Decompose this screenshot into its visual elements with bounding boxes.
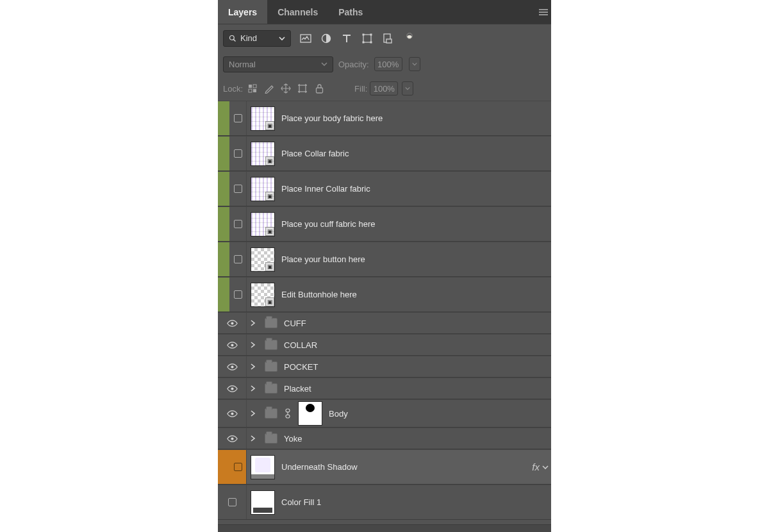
svg-rect-14 — [299, 85, 306, 92]
layer-row[interactable]: ▣ Place your body fabric here — [218, 101, 551, 136]
visibility-toggle[interactable] — [234, 149, 242, 158]
layer-thumbnail[interactable] — [251, 490, 275, 515]
opacity-input[interactable] — [374, 57, 402, 71]
layer-name[interactable]: Edit Buttonhole here — [281, 290, 357, 299]
svg-rect-4 — [363, 33, 365, 35]
eye-icon[interactable] — [227, 433, 238, 444]
fill-label: Fill: — [354, 84, 367, 94]
layer-row[interactable]: Placket — [218, 378, 551, 399]
expand-chevron-icon[interactable] — [251, 342, 258, 348]
layer-row[interactable]: CUFF — [218, 312, 551, 334]
filter-type-text-icon[interactable] — [341, 33, 352, 44]
mask-link-icon[interactable] — [284, 408, 292, 419]
eye-icon[interactable] — [227, 362, 238, 372]
lock-all-icon[interactable] — [312, 81, 326, 96]
filter-adjust-icon[interactable] — [320, 33, 332, 44]
layer-row-selected[interactable]: Underneath Shadow fx — [218, 449, 551, 485]
layer-row[interactable]: COLLAR — [218, 334, 551, 356]
mask-thumbnail[interactable] — [298, 401, 322, 426]
fill-stepper[interactable] — [402, 81, 413, 96]
layer-name[interactable]: Place your body fabric here — [281, 113, 383, 123]
expand-chevron-icon[interactable] — [251, 320, 258, 326]
layer-name[interactable]: Place you cuff fabric here — [281, 219, 375, 229]
fill-input[interactable] — [370, 81, 398, 96]
folder-icon — [265, 408, 277, 419]
visibility-toggle[interactable] — [234, 255, 242, 263]
layer-name[interactable]: Underneath Shadow — [281, 462, 358, 472]
layer-content: CUFF — [246, 313, 551, 333]
tab-layers[interactable]: Layers — [218, 0, 267, 24]
layer-name[interactable]: Placket — [284, 384, 311, 394]
visibility-toggle[interactable] — [228, 498, 236, 506]
expand-chevron-icon[interactable] — [251, 363, 258, 370]
layer-thumbnail[interactable]: ▣ — [251, 142, 275, 166]
layer-thumbnail[interactable]: ▣ — [251, 106, 275, 131]
filter-smart-icon[interactable] — [382, 33, 393, 44]
eye-icon[interactable] — [227, 340, 238, 351]
layer-row[interactable]: ▣ Place you cuff fabric here — [218, 206, 551, 242]
layer-row[interactable]: ▣ Place Collar fabric — [218, 136, 551, 171]
lock-artboard-icon[interactable] — [295, 81, 310, 96]
lock-transparency-icon[interactable] — [245, 81, 260, 96]
layer-row[interactable]: Yoke — [218, 428, 551, 449]
layer-content: POCKET — [246, 356, 551, 377]
layer-row[interactable]: ▣ Edit Buttonhole here — [218, 277, 551, 312]
svg-point-18 — [231, 365, 233, 368]
tab-channels[interactable]: Channels — [267, 0, 328, 24]
layer-name[interactable]: POCKET — [284, 362, 318, 372]
svg-rect-9 — [386, 39, 392, 43]
blend-mode-select[interactable]: Normal — [223, 56, 333, 72]
layer-thumbnail[interactable]: ▣ — [251, 177, 275, 201]
expand-chevron-icon[interactable] — [251, 410, 258, 417]
filter-pixel-icon[interactable] — [300, 33, 311, 44]
layer-thumbnail[interactable] — [251, 455, 275, 479]
filter-type-select[interactable]: Kind — [223, 30, 291, 47]
tab-paths[interactable]: Paths — [328, 0, 373, 24]
layer-name[interactable]: Place Collar fabric — [281, 149, 349, 158]
visibility-toggle[interactable] — [234, 114, 242, 122]
lock-pixels-icon[interactable] — [262, 81, 276, 96]
eye-icon[interactable] — [227, 318, 238, 329]
layer-row[interactable]: Color Fill 1 — [218, 485, 551, 520]
layer-list: ▣ Place your body fabric here ▣ Place Co… — [218, 101, 551, 524]
layer-effects-indicator[interactable]: fx — [532, 461, 549, 472]
filter-toggle-switch[interactable] — [404, 33, 415, 44]
color-tag — [218, 278, 229, 312]
expand-chevron-icon[interactable] — [251, 435, 258, 442]
visibility-cell — [229, 101, 246, 135]
layer-thumbnail[interactable]: ▣ — [251, 212, 275, 237]
color-tag — [218, 172, 229, 206]
layer-name[interactable]: Place your button here — [281, 254, 365, 264]
visibility-cell — [229, 278, 246, 312]
layer-row[interactable]: ▣ Place your button here — [218, 242, 551, 277]
folder-icon — [265, 362, 277, 372]
visibility-toggle[interactable] — [234, 220, 242, 228]
layer-name[interactable]: Yoke — [284, 434, 302, 444]
layer-thumbnail[interactable]: ▣ — [251, 247, 275, 272]
filter-shape-icon[interactable] — [361, 33, 373, 44]
layer-name[interactable]: Color Fill 1 — [281, 497, 321, 507]
visibility-cell — [229, 207, 246, 241]
svg-point-23 — [231, 437, 233, 440]
visibility-cell — [218, 400, 246, 427]
visibility-toggle[interactable] — [234, 290, 242, 299]
expand-chevron-icon[interactable] — [251, 385, 258, 392]
panel-menu-icon[interactable] — [536, 0, 551, 24]
layer-row[interactable]: ▣ Place Inner Collar fabric — [218, 171, 551, 206]
svg-rect-5 — [370, 33, 372, 35]
eye-icon[interactable] — [227, 383, 238, 394]
color-tag — [218, 101, 229, 135]
layer-name[interactable]: Place Inner Collar fabric — [281, 184, 370, 194]
layer-row[interactable]: Body — [218, 399, 551, 428]
visibility-toggle[interactable] — [234, 185, 242, 193]
layer-name[interactable]: CUFF — [284, 319, 306, 328]
opacity-stepper[interactable] — [409, 57, 420, 71]
opacity-label: Opacity: — [338, 60, 369, 69]
layer-name[interactable]: COLLAR — [284, 340, 317, 350]
layer-row[interactable]: POCKET — [218, 356, 551, 378]
eye-icon[interactable] — [227, 408, 238, 419]
lock-position-icon[interactable] — [279, 81, 293, 96]
layer-name[interactable]: Body — [329, 409, 348, 419]
layer-thumbnail[interactable]: ▣ — [251, 283, 275, 307]
visibility-toggle[interactable] — [234, 463, 242, 471]
